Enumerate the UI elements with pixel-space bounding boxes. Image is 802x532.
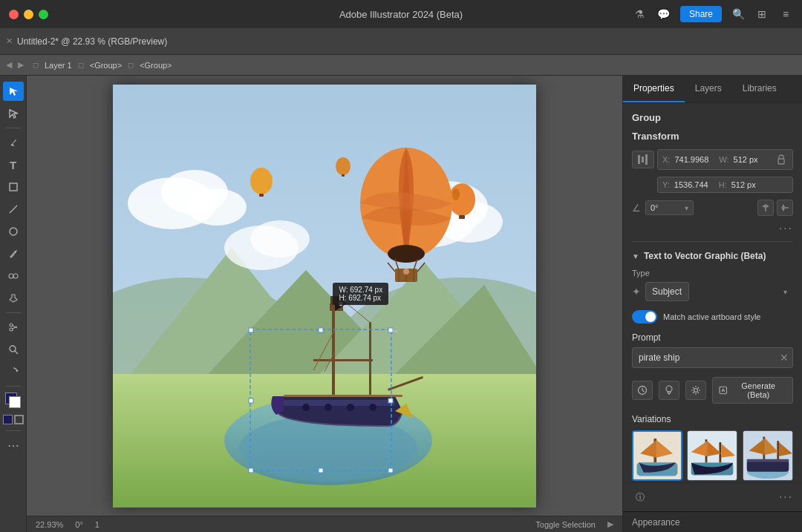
angle-display[interactable]: 0° xyxy=(651,203,659,212)
w-value[interactable]: 512 px xyxy=(734,155,758,164)
angle-dropdown-icon[interactable]: ▾ xyxy=(685,204,688,212)
panel-more-dots[interactable]: ··· xyxy=(779,490,793,504)
shape-builder-tool[interactable] xyxy=(3,266,24,286)
subject-icon: ✦ xyxy=(632,286,641,298)
search-icon[interactable]: 🔍 xyxy=(731,7,746,22)
pen-tool[interactable] xyxy=(3,133,24,152)
svg-point-5 xyxy=(10,324,13,326)
svg-text:↔: ↔ xyxy=(391,326,400,336)
angle-input-container[interactable]: 0° ▾ xyxy=(645,200,694,215)
flask-icon[interactable]: ⚗ xyxy=(633,7,648,22)
rotate-tool[interactable] xyxy=(3,362,24,381)
svg-rect-52 xyxy=(332,307,335,396)
pencil-tool[interactable] xyxy=(3,244,24,263)
svg-point-29 xyxy=(250,168,273,194)
more-tools[interactable]: ⋯ xyxy=(3,436,24,455)
transform-coords: X: 741.9968 W: 512 px xyxy=(657,149,793,170)
type-select[interactable]: Subject Scene Icon Pattern xyxy=(645,282,689,301)
tab-bar: ✕ Untitled-2* @ 22.93 % (RGB/Preview) xyxy=(0,28,802,55)
settings-icon[interactable] xyxy=(685,381,706,400)
tab-layers[interactable]: Layers xyxy=(685,76,732,102)
zoom-level: 22.93% xyxy=(36,520,63,529)
ellipse-tool[interactable] xyxy=(3,222,24,241)
svg-point-48 xyxy=(302,404,310,411)
angle-icon: ∠ xyxy=(632,203,641,214)
paint-tool[interactable] xyxy=(3,289,24,308)
scissors-tool[interactable] xyxy=(3,318,24,337)
w-label: W: xyxy=(719,155,728,164)
fill-icon[interactable] xyxy=(3,415,13,424)
chat-icon[interactable]: 💬 xyxy=(656,7,671,22)
generate-button[interactable]: Generate (Beta) xyxy=(712,377,793,404)
svg-rect-75 xyxy=(319,468,323,473)
right-panel: Properties Layers Libraries Group Transf… xyxy=(622,76,802,532)
h-value[interactable]: 512 px xyxy=(731,180,756,189)
svg-rect-67 xyxy=(284,395,402,397)
type-select-row: ✦ Subject Scene Icon Pattern ▾ xyxy=(632,282,793,301)
color-fill[interactable] xyxy=(5,393,22,409)
selection-tool[interactable] xyxy=(3,82,24,101)
rectangle-tool[interactable] xyxy=(3,177,24,197)
variation-1[interactable] xyxy=(632,430,682,481)
svg-rect-47 xyxy=(284,400,395,406)
svg-rect-110 xyxy=(777,441,779,460)
type-tool[interactable]: T xyxy=(3,155,24,174)
svg-point-46 xyxy=(403,269,409,275)
prompt-clear-button[interactable]: ✕ xyxy=(780,352,789,364)
line-tool[interactable] xyxy=(3,200,24,219)
info-icon[interactable]: ⓘ xyxy=(632,489,648,505)
toolbar-separator-1 xyxy=(6,128,21,128)
breadcrumb-group2[interactable]: <Group> xyxy=(140,61,172,70)
tab-properties[interactable]: Properties xyxy=(623,76,685,102)
zoom-tool[interactable] xyxy=(3,340,24,359)
close-button[interactable] xyxy=(9,10,19,19)
svg-rect-78 xyxy=(638,155,640,164)
flip-h-icon[interactable] xyxy=(757,200,774,216)
title-bar: Adobe Illustrator 2024 (Beta) ⚗ 💬 Share … xyxy=(0,0,802,28)
ttv-section-header[interactable]: ▼ Text to Vector Graphic (Beta) xyxy=(632,251,793,261)
breadcrumb-layer[interactable]: Layer 1 xyxy=(45,61,72,70)
x-value[interactable]: 741.9968 xyxy=(674,155,708,164)
canvas-container[interactable]: ↔ W: 692.74 px H: 692.74 px xyxy=(27,76,622,516)
size-height: H: 692.74 px xyxy=(339,294,382,302)
svg-point-4 xyxy=(13,274,18,278)
flip-v-icon[interactable] xyxy=(777,200,793,216)
grid-icon[interactable]: ⊞ xyxy=(754,7,769,22)
h-label: H: xyxy=(719,180,727,189)
align-icon-btn[interactable] xyxy=(632,151,654,168)
toolbar-separator-2 xyxy=(6,312,21,313)
maximize-button[interactable] xyxy=(39,10,48,19)
lock-ratio-icon[interactable] xyxy=(775,153,788,166)
lightbulb-icon[interactable] xyxy=(659,381,679,400)
tab-close-button[interactable]: ✕ xyxy=(6,36,13,46)
prompt-input[interactable] xyxy=(632,347,793,368)
y-value[interactable]: 1536.744 xyxy=(674,180,708,189)
variation-2[interactable] xyxy=(687,430,737,481)
stroke-icon[interactable] xyxy=(14,415,24,424)
svg-point-31 xyxy=(449,183,475,216)
more-icon[interactable]: ≡ xyxy=(778,7,793,22)
transform-row-2: Y: 1536.744 H: 512 px xyxy=(632,176,793,194)
tab-libraries[interactable]: Libraries xyxy=(732,76,787,102)
app-title: Adobe Illustrator 2024 (Beta) xyxy=(339,9,463,20)
breadcrumb-group1[interactable]: <Group> xyxy=(90,61,122,70)
panel-tabs: Properties Layers Libraries xyxy=(623,76,802,103)
variation-3[interactable] xyxy=(743,430,793,481)
nav-back-icon[interactable]: ◀ xyxy=(6,60,12,70)
align-icons: X: 741.9968 W: 512 px xyxy=(632,149,793,170)
direct-select-tool[interactable] xyxy=(3,104,24,123)
panel-bottom: ⓘ ··· xyxy=(623,482,802,511)
svg-rect-70 xyxy=(319,328,323,332)
nav-forward-icon[interactable]: ▶ xyxy=(18,60,24,70)
action-row: Generate (Beta) xyxy=(632,377,793,404)
svg-rect-79 xyxy=(642,157,644,162)
share-button[interactable]: Share xyxy=(680,6,722,22)
variations-grid xyxy=(632,430,793,482)
minimize-button[interactable] xyxy=(24,10,33,19)
tab-label[interactable]: Untitled-2* @ 22.93 % (RGB/Preview) xyxy=(17,36,167,47)
match-artboard-toggle[interactable] xyxy=(632,310,657,324)
svg-line-1 xyxy=(10,206,17,213)
more-options-dots[interactable]: ··· xyxy=(632,222,793,235)
mode-icons xyxy=(3,415,24,424)
history-icon[interactable] xyxy=(632,381,653,400)
